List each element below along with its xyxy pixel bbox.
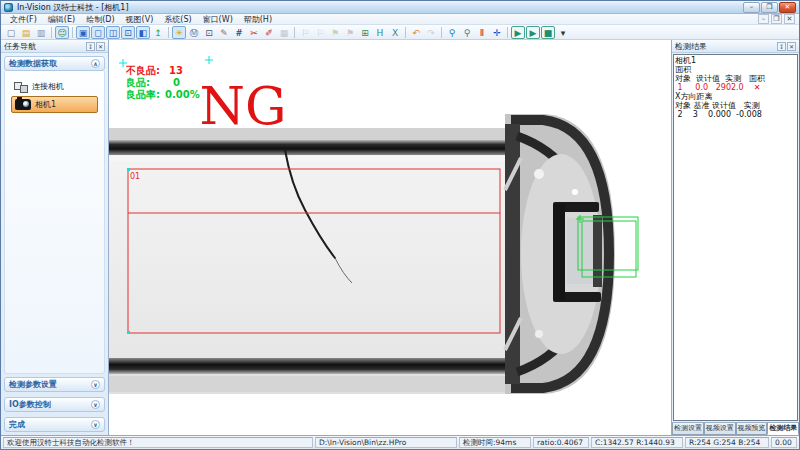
result-line-3: 1 0.0 2902.0 ✕ — [675, 83, 796, 92]
flag-rose-icon: ⚑ — [343, 26, 357, 39]
result-tab-row: 检测设置视频设置视频预览检测结果 — [672, 422, 799, 435]
status-welcome: 欢迎使用汉特士科技自动化检测软件！ — [3, 437, 313, 448]
lightbulb-icon[interactable]: ☀ — [172, 26, 186, 39]
measure-m-icon[interactable]: Ⓜ — [187, 26, 201, 39]
roi-half-icon[interactable]: ◧ — [136, 26, 150, 39]
mdi-restore-button[interactable]: ❐ — [771, 14, 782, 24]
result-tab-2[interactable]: 视频预览 — [736, 423, 768, 435]
new-document-icon[interactable]: ▢ — [4, 26, 18, 39]
roi-split-icon[interactable]: ◫ — [106, 26, 120, 39]
result-tab-3[interactable]: 检测结果 — [767, 423, 799, 435]
task-navigation-title: 任务导航 — [4, 41, 85, 52]
person-tool-icon[interactable]: ☺ — [55, 26, 69, 39]
pen-icon[interactable]: ✎ — [217, 26, 231, 39]
toolbar-separator — [441, 27, 442, 38]
result-line-2: 对象 设计值 实测 面积 — [675, 74, 796, 83]
brush-icon[interactable]: ✐ — [262, 26, 276, 39]
stop-button[interactable]: ■ — [541, 26, 555, 39]
monitor-icon[interactable]: ⊡ — [202, 26, 216, 39]
pin-icon[interactable]: ↧ — [777, 42, 786, 51]
inspection-result-panel: 检测结果 ↧ ✕ 相机1面积对象 设计值 实测 面积 1 0.0 2902.0 … — [671, 40, 799, 435]
chevron-down-icon[interactable]: ∨ — [91, 420, 100, 429]
task-navigation-header: 任务导航 ↧ ✕ — [1, 40, 108, 53]
chevron-down-icon[interactable]: ∨ — [91, 400, 100, 409]
menu-edit[interactable]: 编辑(E) — [43, 14, 80, 25]
inspection-result-title: 检测结果 — [675, 41, 776, 52]
menu-help[interactable]: 帮助(H) — [239, 14, 277, 25]
chevron-up-icon[interactable]: ∧ — [91, 59, 100, 68]
flag-green-icon: ⚐ — [313, 26, 327, 39]
toolbar-separator — [168, 27, 169, 38]
move-cross-icon[interactable]: ✛ — [490, 26, 504, 39]
svg-text:良品率: 0.00%: 良品率: 0.00% — [126, 89, 200, 100]
close-icon[interactable]: ✕ — [96, 42, 105, 51]
status-rgb: R:254 G:254 B:254 — [685, 437, 769, 448]
svg-text:不良品: 13: 不良品: 13 — [125, 65, 183, 76]
zoom-in-icon[interactable]: ⚲ — [445, 26, 459, 39]
zoom-out-icon[interactable]: ⚲ — [460, 26, 474, 39]
grid-icon[interactable]: # — [232, 26, 246, 39]
section-io-control[interactable]: IO参数控制 ∨ — [4, 397, 105, 412]
result-line-4: X方向距离 — [675, 92, 796, 101]
menu-window[interactable]: 窗口(W) — [198, 14, 238, 25]
result-tab-1[interactable]: 视频设置 — [704, 423, 736, 435]
title-bar: In-Vision 汉特士科技 - [相机1] – ❐ ✕ — [1, 1, 799, 14]
menu-file[interactable]: 文件(F) — [5, 14, 42, 25]
window-title: In-Vision 汉特士科技 - [相机1] — [17, 2, 739, 13]
green-caliper-icon[interactable]: ↥ — [151, 26, 165, 39]
close-icon[interactable]: ✕ — [787, 42, 796, 51]
section-data-acquire-label: 检测数据获取 — [9, 58, 57, 69]
roi-center-icon[interactable]: ⊡ — [121, 26, 135, 39]
stat-ok-label: 良品: — [126, 77, 150, 88]
nav-item-connect-camera[interactable]: 连接相机 — [11, 79, 98, 94]
mdi-minimize-button[interactable]: – — [758, 14, 769, 24]
chevron-down-icon[interactable]: ∨ — [91, 380, 100, 389]
toolbar: ▢▤▥☺▣◻◫⊡◧↥☀Ⓜ⊡✎#✂✐▦⚐⚐⚑⚑⊞HX↶↷⚲⚲Ⅱ✛▶▶■▾ — [1, 25, 799, 40]
menu-draw[interactable]: 绘制(D) — [81, 14, 119, 25]
application-window: In-Vision 汉特士科技 - [相机1] – ❐ ✕ 文件(F) 编辑(E… — [0, 0, 800, 450]
section-data-acquire[interactable]: 检测数据获取 ∧ — [4, 56, 105, 71]
undo-icon[interactable]: ↶ — [409, 26, 423, 39]
ruler-ii-icon[interactable]: Ⅱ — [475, 26, 489, 39]
section-detect-params[interactable]: 检测参数设置 ∨ — [4, 377, 105, 392]
roi-square-icon[interactable]: ◻ — [91, 26, 105, 39]
result-line-5: 对象 基准 设计值 实测 — [675, 101, 796, 110]
open-folder-icon[interactable]: ▤ — [19, 26, 33, 39]
close-button[interactable]: ✕ — [779, 2, 796, 13]
camera-image: 01 不良品: — [109, 40, 671, 435]
section-done[interactable]: 完成 ∨ — [4, 417, 105, 432]
section-io-control-label: IO参数控制 — [9, 399, 51, 410]
result-tab-0[interactable]: 检测设置 — [672, 423, 704, 435]
scissors-icon[interactable]: ✂ — [247, 26, 261, 39]
app-icon — [4, 3, 13, 12]
nav-item-camera1[interactable]: 相机1 — [11, 96, 98, 113]
run-button[interactable]: ▶ — [511, 26, 525, 39]
pane-grid-icon[interactable]: ⊞ — [358, 26, 372, 39]
toolbar-overflow[interactable]: ▾ — [556, 26, 570, 39]
roi-rect-icon[interactable]: ▣ — [76, 26, 90, 39]
status-detect-time: 检测时间:94ms — [459, 437, 531, 448]
roi-corner-marker — [127, 168, 130, 171]
section-detect-params-label: 检测参数设置 — [9, 379, 57, 390]
pin-icon[interactable]: ↧ — [86, 42, 95, 51]
status-ratio: ratio:0.4067 — [533, 437, 589, 448]
roi-label: 01 — [130, 172, 140, 181]
x-stretch-icon[interactable]: X — [388, 26, 402, 39]
camera-image-canvas[interactable]: 01 不良品: — [109, 40, 671, 435]
camera-icon — [15, 99, 31, 110]
minimize-button[interactable]: – — [743, 2, 760, 13]
step-button[interactable]: ▶ — [526, 26, 540, 39]
roi-corner-marker — [127, 331, 130, 334]
toolbar-separator — [405, 27, 406, 38]
restore-button[interactable]: ❐ — [761, 2, 778, 13]
h-stretch-icon[interactable]: H — [373, 26, 387, 39]
svg-text:良品: 0: 良品: 0 — [126, 77, 180, 88]
toolbar-separator — [294, 27, 295, 38]
result-line-6: 2 3 0.000 -0.008 — [675, 110, 796, 119]
mdi-close-button[interactable]: ✕ — [784, 14, 795, 24]
camera1-label: 相机1 — [35, 99, 56, 110]
section-done-label: 完成 — [9, 419, 25, 430]
export-page-icon[interactable]: ▥ — [34, 26, 48, 39]
menu-view[interactable]: 视图(V) — [121, 14, 159, 25]
menu-system[interactable]: 系统(S) — [159, 14, 196, 25]
